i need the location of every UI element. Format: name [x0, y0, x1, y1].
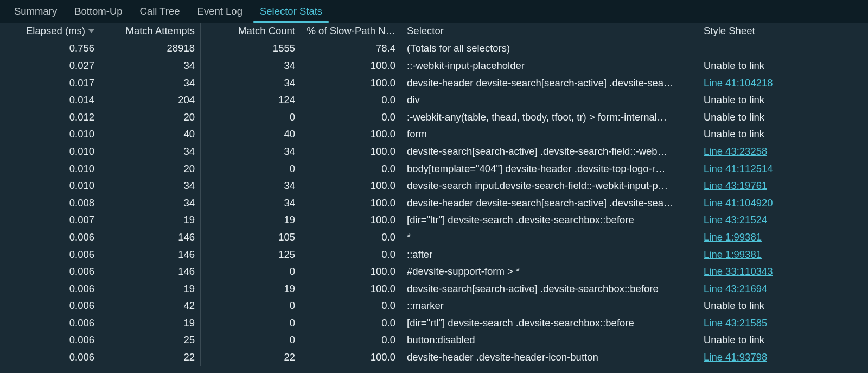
style-sheet-link[interactable]: Line 43:23258 [704, 146, 767, 157]
style-sheet-link[interactable]: Line 43:21694 [704, 283, 767, 295]
cell-elapsed: 0.756 [0, 40, 100, 58]
cell-selector-text: devsite-header .devsite-header-icon-butt… [407, 351, 598, 363]
tab-bottom-up[interactable]: Bottom-Up [66, 0, 131, 22]
table-row[interactable]: 0.0083434100.0devsite-header devsite-sea… [0, 194, 868, 212]
cell-match-count: 105 [201, 229, 301, 246]
cell-elapsed-text: 0.014 [69, 94, 94, 106]
cell-style-sheet: Unable to link [698, 332, 867, 349]
column-label: Style Sheet [704, 25, 755, 37]
table-row[interactable]: 0.0142041240.0divUnable to link [0, 91, 868, 109]
table-row[interactable]: 0.0061460100.0#devsite-support-form > *L… [0, 263, 868, 280]
column-header-slow-path[interactable]: % of Slow-Path N… [301, 23, 401, 40]
cell-elapsed: 0.006 [0, 246, 100, 263]
cell-match-count-text: 19 [284, 283, 295, 295]
cell-match-attempts: 146 [100, 263, 201, 280]
table-row[interactable]: 0.0122000.0:-webkit-any(table, thead, tb… [0, 109, 868, 126]
column-header-match-count[interactable]: Match Count [201, 23, 301, 40]
cell-match-attempts-text: 25 [183, 334, 195, 346]
table-row[interactable]: 0.0061461050.0*Line 1:99381 [0, 229, 868, 246]
cell-match-attempts-text: 34 [183, 60, 195, 72]
cell-selector-text: [dir="rtl"] devsite-search .devsite-sear… [407, 317, 634, 329]
cell-selector: devsite-search[search-active] .devsite-s… [401, 143, 698, 160]
cell-elapsed-text: 0.008 [69, 197, 94, 209]
cell-style-sheet: Line 43:21585 [698, 314, 867, 332]
tab-event-log[interactable]: Event Log [189, 0, 251, 22]
table-row[interactable]: 0.0062500.0button:disabledUnable to link [0, 332, 868, 349]
cell-match-attempts-text: 22 [183, 351, 195, 363]
cell-style-sheet-text: Unable to link [704, 334, 764, 346]
style-sheet-link[interactable]: Line 41:112514 [704, 163, 773, 175]
cell-slow-path-pct-text: 78.4 [376, 42, 395, 54]
cell-slow-path-pct-text: 100.0 [371, 77, 395, 89]
cell-style-sheet: Unable to link [698, 109, 867, 126]
cell-match-count-text: 125 [278, 249, 295, 261]
style-sheet-link[interactable]: Line 41:104920 [704, 197, 773, 209]
cell-selector-text: #devsite-support-form > * [407, 265, 520, 277]
cell-slow-path-pct: 100.0 [301, 280, 401, 298]
cell-match-count-text: 124 [278, 94, 295, 106]
cell-match-attempts-text: 42 [183, 300, 195, 312]
table-row[interactable]: 0.0102000.0body[template="404"] devsite-… [0, 160, 868, 178]
cell-match-count: 19 [201, 212, 301, 229]
details-pane-tabbar: Summary Bottom-Up Call Tree Event Log Se… [0, 0, 868, 23]
table-row[interactable]: 0.0103434100.0devsite-search[search-acti… [0, 143, 868, 160]
cell-match-count-text: 34 [284, 180, 295, 192]
cell-slow-path-pct: 100.0 [301, 194, 401, 212]
style-sheet-link[interactable]: Line 41:93798 [704, 351, 767, 363]
cell-elapsed-text: 0.006 [69, 317, 94, 329]
cell-selector-text: devsite-search[search-active] .devsite-s… [407, 283, 659, 295]
cell-style-sheet-text: Unable to link [704, 300, 764, 312]
tab-call-tree[interactable]: Call Tree [131, 0, 189, 22]
cell-slow-path-pct-text: 0.0 [381, 231, 395, 243]
tab-selector-stats[interactable]: Selector Stats [251, 0, 331, 22]
table-row[interactable]: 0.0071919100.0[dir="ltr"] devsite-search… [0, 212, 868, 229]
cell-match-count: 0 [201, 298, 301, 315]
table-row[interactable]: 0.0061900.0[dir="rtl"] devsite-search .d… [0, 314, 868, 332]
style-sheet-link[interactable]: Line 43:21585 [704, 317, 767, 329]
cell-match-count-text: 0 [290, 334, 295, 346]
cell-slow-path-pct-text: 100.0 [371, 60, 395, 72]
cell-elapsed-text: 0.010 [69, 180, 94, 192]
table-row[interactable]: 0.0273434100.0::-webkit-input-placeholde… [0, 57, 868, 74]
cell-match-count-text: 34 [284, 146, 295, 157]
column-header-selector[interactable]: Selector [401, 23, 698, 40]
column-header-elapsed[interactable]: Elapsed (ms) [0, 23, 100, 40]
cell-match-count: 34 [201, 194, 301, 212]
style-sheet-link[interactable]: Line 41:104218 [704, 77, 773, 89]
tab-label: Event Log [197, 5, 242, 17]
cell-style-sheet: Unable to link [698, 126, 867, 143]
cell-match-attempts: 34 [100, 57, 201, 74]
style-sheet-link[interactable]: Line 43:21524 [704, 214, 767, 226]
cell-slow-path-pct-text: 0.0 [381, 94, 395, 106]
column-header-style-sheet[interactable]: Style Sheet [698, 23, 867, 40]
cell-match-count-text: 0 [290, 300, 295, 312]
table-row[interactable]: 0.75628918155578.4(Totals for all select… [0, 40, 868, 58]
table-row[interactable]: 0.0061919100.0devsite-search[search-acti… [0, 280, 868, 298]
column-header-match-attempts[interactable]: Match Attempts [100, 23, 201, 40]
cell-elapsed: 0.006 [0, 280, 100, 298]
cell-slow-path-pct-text: 0.0 [381, 249, 395, 261]
style-sheet-link[interactable]: Line 33:110343 [704, 265, 773, 277]
cell-selector-text: ::marker [407, 300, 444, 312]
table-row[interactable]: 0.0061461250.0::afterLine 1:99381 [0, 246, 868, 263]
cell-slow-path-pct-text: 0.0 [381, 163, 395, 175]
style-sheet-link[interactable]: Line 43:19761 [704, 180, 767, 192]
cell-match-attempts-text: 146 [178, 231, 195, 243]
table-row[interactable]: 0.0103434100.0devsite-search input.devsi… [0, 177, 868, 194]
cell-style-sheet: Unable to link [698, 298, 867, 315]
cell-style-sheet: Unable to link [698, 91, 867, 109]
table-row[interactable]: 0.0064200.0::markerUnable to link [0, 298, 868, 315]
cell-match-attempts: 20 [100, 160, 201, 178]
cell-selector: [dir="rtl"] devsite-search .devsite-sear… [401, 314, 698, 332]
cell-slow-path-pct-text: 0.0 [381, 300, 395, 312]
table-row[interactable]: 0.0173434100.0devsite-header devsite-sea… [0, 74, 868, 92]
table-row[interactable]: 0.0104040100.0formUnable to link [0, 126, 868, 143]
table-row[interactable]: 0.0062222100.0devsite-header .devsite-he… [0, 349, 868, 366]
cell-selector: div [401, 91, 698, 109]
cell-slow-path-pct: 0.0 [301, 246, 401, 263]
style-sheet-link[interactable]: Line 1:99381 [704, 249, 762, 261]
cell-match-attempts-text: 19 [183, 317, 195, 329]
style-sheet-link[interactable]: Line 1:99381 [704, 231, 762, 243]
cell-match-count-text: 0 [290, 265, 295, 277]
tab-summary[interactable]: Summary [5, 0, 66, 22]
